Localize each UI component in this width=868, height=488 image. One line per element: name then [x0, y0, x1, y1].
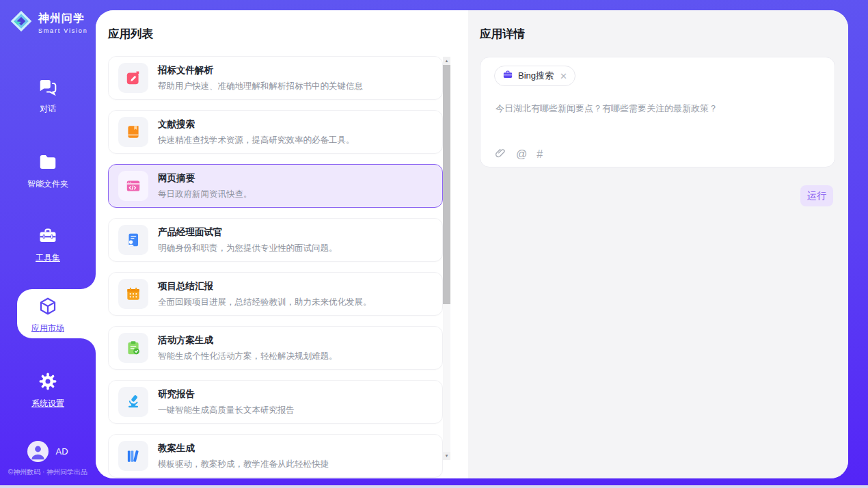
- brand: 神州问学 Smart Vision: [9, 9, 87, 36]
- app-detail-title: 应用详情: [480, 27, 525, 42]
- at-icon[interactable]: @: [516, 148, 527, 161]
- pm-interviewer-icon: [118, 225, 148, 255]
- scroll-down-icon[interactable]: ▼: [443, 452, 450, 460]
- app-card-title: 文献搜索: [158, 118, 355, 131]
- sidebar-item-app-market[interactable]: 应用市场: [0, 296, 96, 334]
- sidebar-item-label: 对话: [0, 103, 96, 115]
- app-card-desc: 明确身份和职责，为您提供专业性的面试问题。: [158, 243, 338, 254]
- app-card-title: 招标文件解析: [158, 64, 363, 77]
- tool-chip-label: Bing搜索: [518, 70, 554, 82]
- brand-name: 神州问学: [38, 12, 85, 24]
- folder-icon: [38, 163, 58, 174]
- app-list-panel: 应用列表 招标文件解析 帮助用户快速、准确地理解和解析招标书中的关键信息: [96, 10, 468, 478]
- scroll-up-icon[interactable]: ▲: [443, 57, 450, 65]
- tool-chip-bing-search[interactable]: Bing搜索 ✕: [494, 66, 575, 86]
- sidebar-footer: ©神州数码 · 神州问学出品: [0, 467, 96, 477]
- app-list-title: 应用列表: [108, 27, 153, 42]
- app-card-desc: 帮助用户快速、准确地理解和解析招标书中的关键信息: [158, 81, 363, 92]
- app-card-title: 研究报告: [158, 388, 295, 401]
- sidebar-item-smart-folder[interactable]: 智能文件夹: [0, 152, 96, 190]
- run-button[interactable]: 运行: [800, 185, 833, 206]
- close-icon[interactable]: ✕: [560, 72, 567, 81]
- app-card-desc: 快速精准查找学术资源，提高研究效率的必备工具。: [158, 135, 355, 146]
- user-account[interactable]: AD: [0, 441, 96, 462]
- toolbox-icon: [38, 236, 58, 248]
- app-card-title: 项目总结汇报: [158, 280, 372, 293]
- bump-curve-bottom: [81, 338, 96, 353]
- literature-search-icon: [118, 117, 148, 147]
- lesson-plan-icon: [118, 441, 148, 471]
- app-card-desc: 模板驱动，教案秒成，教学准备从此轻松快捷: [158, 459, 329, 470]
- sidebar-item-label: 应用市场: [0, 323, 96, 334]
- gear-icon: [38, 382, 58, 394]
- sidebar: 神州问学 Smart Vision 对话 智能文件夹: [0, 0, 96, 488]
- app-card-title: 活动方案生成: [158, 334, 338, 347]
- app-card-title: 教案生成: [158, 442, 329, 455]
- brand-subtitle: Smart Vision: [38, 27, 87, 34]
- sidebar-item-toolset[interactable]: 工具集: [0, 226, 96, 264]
- project-summary-icon: [118, 279, 148, 309]
- app-card-lesson-plan[interactable]: 教案生成 模板驱动，教案秒成，教学准备从此轻松快捷: [108, 434, 443, 478]
- cube-icon: [38, 307, 58, 318]
- list-scrollbar[interactable]: ▲ ▼: [443, 57, 450, 460]
- composer-toolbar: @ #: [494, 147, 543, 162]
- user-name: AD: [55, 446, 68, 457]
- avatar-icon: [27, 441, 49, 462]
- scrollbar-thumb[interactable]: [443, 65, 450, 304]
- app-card-desc: 全面回顾项目进展，总结经验教训，助力未来优化发展。: [158, 297, 372, 308]
- app-card-desc: 智能生成个性化活动方案，轻松解决规划难题。: [158, 351, 338, 362]
- app-card-title: 网页摘要: [158, 172, 252, 185]
- research-report-icon: [118, 387, 148, 417]
- chat-icon: [38, 87, 58, 99]
- diamond-logo-icon: [9, 9, 33, 36]
- app-list: 招标文件解析 帮助用户快速、准确地理解和解析招标书中的关键信息 文献搜索 快速精…: [108, 56, 443, 478]
- window-bottom-edge: [0, 485, 868, 488]
- app-card-research-report[interactable]: 研究报告 一键智能生成高质量长文本研究报告: [108, 380, 443, 424]
- scrollbar-track[interactable]: [443, 304, 450, 452]
- sidebar-item-chat[interactable]: 对话: [0, 77, 96, 115]
- app-card-literature-search[interactable]: 文献搜索 快速精准查找学术资源，提高研究效率的必备工具。: [108, 110, 443, 154]
- app-card-title: 产品经理面试官: [158, 226, 338, 239]
- app-card-project-summary[interactable]: 项目总结汇报 全面回顾项目进展，总结经验教训，助力未来优化发展。: [108, 272, 443, 316]
- prompt-composer: Bing搜索 ✕ 今日湖北有哪些新闻要点？有哪些需要关注的最新政策？ @ #: [480, 57, 835, 167]
- sidebar-item-label: 智能文件夹: [0, 178, 96, 190]
- briefcase-icon: [502, 69, 513, 83]
- app-card-bid-analysis[interactable]: 招标文件解析 帮助用户快速、准确地理解和解析招标书中的关键信息: [108, 56, 443, 100]
- app-card-pm-interviewer[interactable]: 产品经理面试官 明确身份和职责，为您提供专业性的面试问题。: [108, 218, 443, 262]
- sidebar-item-label: 工具集: [0, 252, 96, 264]
- app-card-web-summary[interactable]: 网页摘要 每日政府新闻资讯快查。: [108, 164, 443, 208]
- sidebar-item-settings[interactable]: 系统设置: [0, 371, 96, 409]
- activity-plan-icon: [118, 333, 148, 363]
- hash-icon[interactable]: #: [537, 148, 543, 161]
- app-detail-panel: 应用详情 Bing搜索 ✕ 今日湖北有哪些新闻要点？有哪些需要关注的最新政策？: [468, 10, 848, 478]
- web-summary-icon: [118, 171, 148, 201]
- bid-document-icon: [118, 63, 148, 93]
- bump-curve-top: [81, 274, 96, 289]
- app-card-desc: 每日政府新闻资讯快查。: [158, 189, 252, 200]
- main-content: 应用列表 招标文件解析 帮助用户快速、准确地理解和解析招标书中的关键信息: [96, 10, 848, 478]
- app-card-activity-plan[interactable]: 活动方案生成 智能生成个性化活动方案，轻松解决规划难题。: [108, 326, 443, 370]
- sidebar-item-label: 系统设置: [0, 398, 96, 409]
- query-input[interactable]: 今日湖北有哪些新闻要点？有哪些需要关注的最新政策？: [496, 103, 821, 115]
- paperclip-icon[interactable]: [494, 147, 506, 162]
- app-card-desc: 一键智能生成高质量长文本研究报告: [158, 405, 295, 416]
